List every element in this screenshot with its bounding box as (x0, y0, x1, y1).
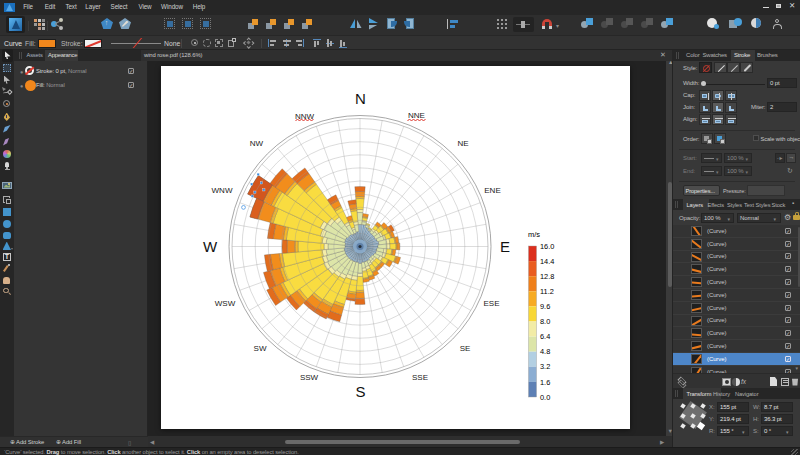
svg-text:SSE: SSE (412, 373, 428, 382)
svg-text:SSW: SSW (300, 373, 319, 382)
svg-text:SW: SW (254, 344, 267, 353)
svg-text:E: E (500, 238, 510, 255)
svg-text:SE: SE (460, 344, 471, 353)
svg-text:WNW: WNW (212, 186, 233, 195)
svg-text:16.0: 16.0 (540, 242, 554, 251)
svg-text:6.4: 6.4 (540, 332, 550, 341)
svg-text:S: S (355, 383, 365, 400)
svg-text:4.8: 4.8 (540, 347, 550, 356)
svg-text:12.8: 12.8 (540, 272, 554, 281)
svg-text:NW: NW (250, 139, 264, 148)
svg-text:W: W (203, 238, 218, 255)
svg-text:NNE: NNE (408, 111, 425, 120)
svg-text:11.2: 11.2 (540, 287, 554, 296)
svg-text:NE: NE (457, 139, 468, 148)
svg-text:1.6: 1.6 (540, 378, 550, 387)
svg-text:WSW: WSW (215, 299, 236, 308)
svg-text:N: N (355, 90, 366, 107)
svg-text:ENE: ENE (484, 186, 500, 195)
svg-text:m/s: m/s (528, 230, 540, 239)
svg-text:0.0: 0.0 (540, 393, 550, 402)
svg-text:9.6: 9.6 (540, 302, 550, 311)
svg-text:ESE: ESE (483, 299, 499, 308)
svg-text:8.0: 8.0 (540, 317, 550, 326)
svg-text:14.4: 14.4 (540, 257, 554, 266)
svg-text:3.2: 3.2 (540, 362, 550, 371)
